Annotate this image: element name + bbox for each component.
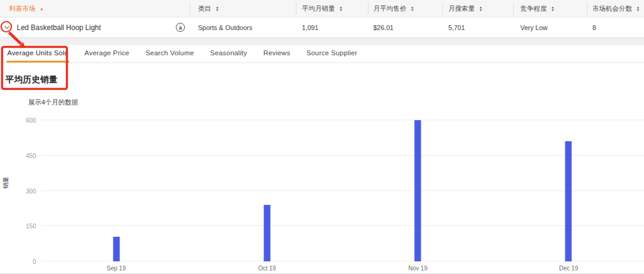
tab-average-units-sold[interactable]: Average Units Sold — [7, 45, 69, 62]
column-divider — [587, 2, 588, 15]
niche-detail-screen: 利基市场 ▲ 类目 ▲▼ 平均月销量 ▲▼ 月平均售价 ▲▼ 月搜索量 ▲▼ 竞… — [0, 0, 644, 274]
gridline — [41, 155, 644, 156]
sort-ascending-icon: ▲ — [40, 7, 44, 11]
column-divider — [368, 2, 369, 15]
bar-Nov 19[interactable] — [415, 120, 421, 261]
tab-search-volume[interactable]: Search Volume — [145, 45, 194, 62]
sort-icon[interactable]: ▲▼ — [411, 6, 414, 12]
gridline — [41, 190, 644, 191]
tab-source-supplier[interactable]: Source Supplier — [306, 45, 358, 62]
y-tick-label: 300 — [16, 188, 36, 195]
column-divider — [296, 2, 296, 15]
cell-monthly-search-volume: 5,701 — [448, 17, 465, 37]
cell-opportunity-score: 8 — [592, 17, 596, 37]
x-tick-label: Nov 19 — [408, 265, 427, 272]
tab-average-price[interactable]: Average Price — [84, 45, 130, 62]
x-tick-label: Sep 19 — [107, 265, 126, 272]
column-divider — [513, 2, 514, 15]
cell-avg-monthly-units: 1,091 — [302, 17, 319, 37]
column-divider — [442, 2, 443, 15]
chart-subtitle: 展示4个月的数据 — [28, 98, 78, 107]
x-tick-label: Dec 19 — [559, 265, 579, 272]
column-header-label: 月平均售价 — [373, 4, 406, 13]
column-header-avg-monthly-units[interactable]: 平均月销量 ▲▼ — [302, 0, 343, 17]
column-header-label: 平均月销量 — [302, 4, 335, 13]
y-tick-label: 150 — [16, 223, 36, 230]
gridline — [41, 225, 644, 226]
table-header: 利基市场 ▲ 类目 ▲▼ 平均月销量 ▲▼ 月平均售价 ▲▼ 月搜索量 ▲▼ 竞… — [0, 0, 644, 17]
column-header-niche-market[interactable]: 利基市场 ▲ — [9, 0, 44, 17]
sort-icon[interactable]: ▲▼ — [636, 6, 640, 12]
column-header-label: 利基市场 — [9, 4, 35, 13]
column-header-label: 市场机会分数 — [592, 4, 632, 13]
cell-category: Sports & Outdoors — [198, 17, 253, 37]
tab-seasonality[interactable]: Seasonality — [209, 45, 248, 62]
column-header-avg-monthly-price[interactable]: 月平均售价 ▲▼ — [373, 0, 414, 17]
bar-Dec 19[interactable] — [565, 141, 572, 261]
chevron-down-icon[interactable] — [2, 23, 11, 32]
product-name: Led Basketball Hoop Light — [17, 17, 101, 37]
bar-chart-plot-area: Sep 19Oct 19Nov 19Dec 19 — [41, 120, 644, 261]
analysis-tabs: Average Units Sold Average Price Search … — [0, 45, 644, 63]
bar-Oct 19[interactable] — [263, 205, 270, 261]
column-header-opportunity-score[interactable]: 市场机会分数 ▲▼ — [592, 0, 640, 17]
cell-competition: Very Low — [520, 17, 547, 37]
column-header-competition[interactable]: 竞争程度 ▲▼ — [520, 0, 555, 17]
column-header-label: 类目 — [198, 4, 211, 13]
sort-icon[interactable]: ▲▼ — [339, 6, 343, 12]
sort-icon[interactable]: ▲▼ — [215, 6, 219, 12]
x-tick-label: Oct 19 — [258, 265, 275, 272]
y-tick-label: 450 — [16, 153, 36, 159]
column-header-label: 竞争程度 — [520, 4, 547, 13]
tab-reviews[interactable]: Reviews — [263, 45, 291, 62]
column-header-category[interactable]: 类目 ▲▼ — [198, 0, 219, 17]
y-tick-label: 0 — [16, 258, 36, 265]
expand-row-control[interactable] — [2, 17, 11, 37]
section-divider — [0, 37, 644, 45]
y-tick-label: 600 — [16, 117, 36, 124]
table-row[interactable]: Led Basketball Hoop Light a Sports & Out… — [0, 17, 644, 37]
section-heading: 平均历史销量 — [5, 74, 58, 85]
column-header-monthly-search-volume[interactable]: 月搜索量 ▲▼ — [448, 0, 483, 17]
y-axis-ticks: 0150300450600 — [17, 120, 37, 261]
sort-icon[interactable]: ▲▼ — [551, 6, 555, 12]
bar-Sep 19[interactable] — [113, 237, 119, 261]
y-axis-label: 销量 — [2, 174, 10, 192]
cell-avg-monthly-price: $26.01 — [373, 17, 394, 37]
gridline — [41, 120, 644, 120]
column-header-label: 月搜索量 — [448, 4, 475, 13]
sort-icon[interactable]: ▲▼ — [479, 6, 483, 12]
column-divider — [190, 2, 190, 15]
gridline — [41, 261, 644, 261]
amazon-letter: a — [179, 25, 182, 31]
amazon-marketplace-icon: a — [176, 23, 185, 32]
